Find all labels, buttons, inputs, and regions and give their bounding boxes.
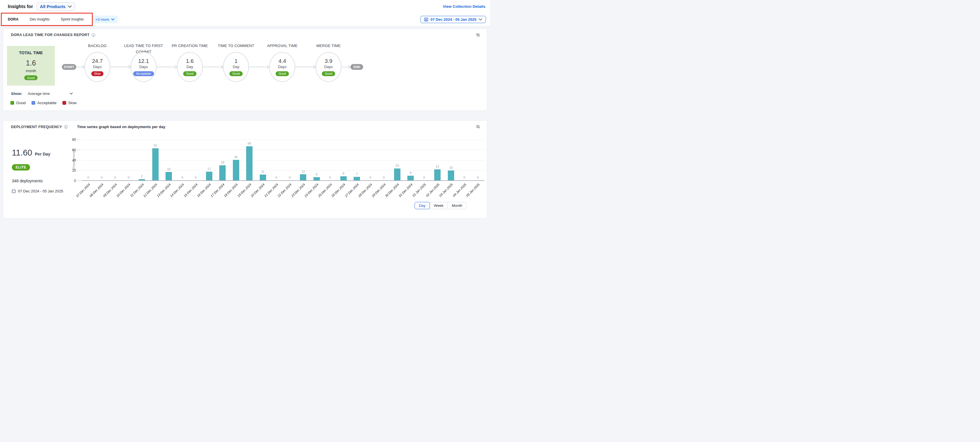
chart-slot: 1613 Dec 2024 xyxy=(162,139,176,180)
chart-slot: 015 Dec 2024 xyxy=(189,139,202,180)
chart-slot: 4018 Dec 2024 xyxy=(229,139,243,180)
stage-node-backlog[interactable]: 24.7DaysSlow xyxy=(84,52,110,82)
deployment-frequency-card: DEPLOYMENT FREQUENCY Time series graph b… xyxy=(3,120,487,219)
chart-slot: 021 Dec 2024 xyxy=(270,139,283,180)
chart-slot: 211 Dec 2024 xyxy=(135,139,149,180)
stage-node-time-to-comment[interactable]: 1DayGood xyxy=(223,52,249,82)
stage-node-merge-time[interactable]: 3.9DaysGood xyxy=(315,52,342,82)
bar-slots: 007 Dec 2024008 Dec 2024009 Dec 2024010 … xyxy=(81,139,485,180)
bar-value-label: 0 xyxy=(289,176,291,179)
status-badge: Good xyxy=(275,71,289,76)
lead-time-card-header: DORA LEAD TIME FOR CHANGES REPORT xyxy=(3,29,487,37)
page-title: Insights for xyxy=(8,4,33,9)
bar-value-label: 0 xyxy=(128,176,129,179)
info-icon[interactable] xyxy=(92,33,95,37)
bar-16-dec-2024[interactable] xyxy=(206,172,212,180)
chart-slot: 1120 Dec 2024 xyxy=(256,139,270,180)
bar-02-jan-2025[interactable] xyxy=(434,170,441,180)
chart-slot: 2102 Jan 2025 xyxy=(431,139,444,180)
y-tick-label: 20 xyxy=(72,168,76,173)
product-selector-button[interactable]: All Products xyxy=(37,2,75,11)
stage-label-approval-time: APPROVAL TIME xyxy=(258,43,307,49)
show-dropdown[interactable]: Show: Average time xyxy=(11,92,73,96)
bar-value-label: 8 xyxy=(343,172,344,175)
granularity-week-button[interactable]: Week xyxy=(430,202,448,209)
chart-slot: 6619 Dec 2024 xyxy=(243,139,256,180)
info-icon[interactable] xyxy=(64,125,68,129)
bar-26-dec-2024[interactable] xyxy=(340,176,347,180)
x-axis-label: 12 Dec 2024 xyxy=(143,183,158,198)
tab-sprint-insights[interactable]: Sprint Insights xyxy=(58,13,87,26)
y-tick-mark xyxy=(78,181,80,181)
bar-12-dec-2024[interactable] xyxy=(152,148,159,180)
bar-11-dec-2024[interactable] xyxy=(139,179,145,180)
bar-03-jan-2025[interactable] xyxy=(448,171,454,180)
tab-dora[interactable]: DORA xyxy=(5,13,21,26)
lead-time-card-title: DORA LEAD TIME FOR CHANGES REPORT xyxy=(11,33,95,37)
deployment-rate: 11.60 Per Day xyxy=(12,148,50,157)
x-axis-label: 28 Dec 2024 xyxy=(358,183,373,198)
chart-slot: 2330 Dec 2024 xyxy=(391,139,404,180)
x-axis-label: 07 Dec 2024 xyxy=(75,183,91,198)
x-axis-label: 31 Dec 2024 xyxy=(398,183,413,198)
total-time-label: TOTAL TIME xyxy=(19,51,43,55)
chart-slot: 1903 Jan 2025 xyxy=(444,139,458,180)
chart-slot: 1716 Dec 2024 xyxy=(202,139,216,180)
tab-dev-insights[interactable]: Dev Insights xyxy=(27,13,52,26)
performance-tier-badge: ELITE xyxy=(12,164,30,171)
bar-18-dec-2024[interactable] xyxy=(233,160,239,181)
date-range-picker[interactable]: 07 Dec 2024 - 05 Jan 2025 xyxy=(420,16,486,23)
granularity-day-button[interactable]: Day xyxy=(415,202,430,209)
bar-23-dec-2024[interactable] xyxy=(300,174,306,180)
bar-31-dec-2024[interactable] xyxy=(407,176,414,180)
stage-node-lead-time-to-first-commit[interactable]: 12.1DaysAcceptable xyxy=(130,52,157,82)
more-tabs-label: +3 more xyxy=(95,17,109,22)
bar-value-label: 62 xyxy=(154,144,157,147)
y-axis-tick: 20 xyxy=(65,168,80,173)
chart-slot: 6212 Dec 2024 xyxy=(149,139,162,180)
legend-item-good: Good xyxy=(10,101,26,105)
chart-slot: 029 Dec 2024 xyxy=(377,139,391,180)
chart-slot: 009 Dec 2024 xyxy=(108,139,122,180)
status-badge: Good xyxy=(183,71,196,76)
x-axis-label: 20 Dec 2024 xyxy=(250,183,266,198)
stage-node-pr-creation-time[interactable]: 1.6DayGood xyxy=(177,52,203,82)
total-deployments: 348 deployments xyxy=(12,179,43,183)
bar-24-dec-2024[interactable] xyxy=(313,177,320,180)
x-axis-label: 09 Dec 2024 xyxy=(102,183,118,198)
bar-value-label: 0 xyxy=(383,176,385,179)
date-range-label: 07 Dec 2024 - 05 Jan 2025 xyxy=(431,17,476,22)
chart-slot: 007 Dec 2024 xyxy=(81,139,95,180)
status-badge: Good xyxy=(322,71,335,76)
stage-label-pr-creation-time: PR CREATION TIME xyxy=(165,43,215,49)
status-badge: Good xyxy=(229,71,243,76)
x-axis-label: 19 Dec 2024 xyxy=(237,183,252,198)
chevron-down-icon xyxy=(68,5,72,8)
y-axis-tick: 80 xyxy=(65,137,80,142)
bar-17-dec-2024[interactable] xyxy=(219,165,226,180)
y-tick-mark xyxy=(78,160,80,161)
more-tabs-button[interactable]: +3 more xyxy=(92,16,118,23)
x-axis-label: 29 Dec 2024 xyxy=(371,183,386,198)
chart-slot: 2917 Dec 2024 xyxy=(216,139,229,180)
bar-value-label: 0 xyxy=(114,176,116,179)
bar-27-dec-2024[interactable] xyxy=(354,177,360,181)
flow-start-pill: START xyxy=(62,64,76,70)
granularity-month-button[interactable]: Month xyxy=(447,202,466,209)
legend-label: Good xyxy=(16,101,26,105)
view-collection-details-link[interactable]: View Collection Details xyxy=(442,4,485,9)
chart-slot: 008 Dec 2024 xyxy=(95,139,109,180)
x-axis-label: 08 Dec 2024 xyxy=(89,183,104,198)
chevron-down-icon xyxy=(111,19,115,21)
status-badge: Slow xyxy=(91,71,104,76)
x-axis-label: 22 Dec 2024 xyxy=(277,183,293,198)
bar-19-dec-2024[interactable] xyxy=(246,146,253,180)
bar-13-dec-2024[interactable] xyxy=(165,172,172,180)
legend-item-acceptable: Acceptable xyxy=(32,101,57,105)
bar-30-dec-2024[interactable] xyxy=(394,168,401,180)
lead-time-flow: TOTAL TIME 1.6 month Good STARTBACKLOG24… xyxy=(3,37,487,89)
stage-value: 4.4 xyxy=(278,58,286,64)
bar-20-dec-2024[interactable] xyxy=(260,174,266,180)
stage-node-approval-time[interactable]: 4.4DaysGood xyxy=(269,52,295,82)
bar-value-label: 0 xyxy=(181,176,183,179)
